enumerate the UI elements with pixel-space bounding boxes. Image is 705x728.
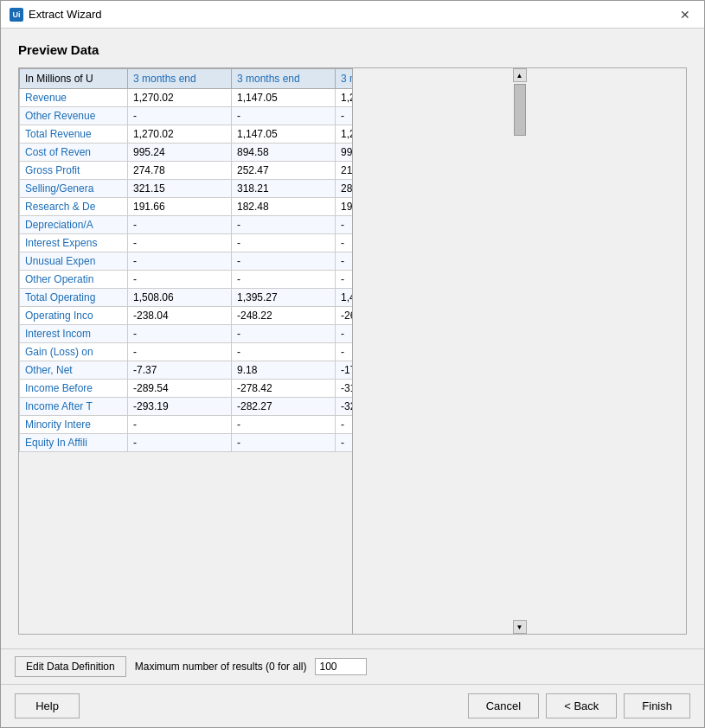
footer: Help Cancel < Back Finish bbox=[1, 684, 704, 727]
table-row: Operating Inco-238.04-248.22-260.33-183.… bbox=[20, 307, 353, 325]
cell-c3: 1,214.38 bbox=[336, 125, 353, 144]
cell-c2: - bbox=[232, 107, 336, 125]
close-button[interactable]: ✕ bbox=[675, 4, 695, 25]
cell-c1: -293.19 bbox=[128, 398, 232, 416]
cell-c3: 218.56 bbox=[336, 162, 353, 180]
cell-label: Revenue bbox=[20, 89, 128, 107]
cell-c2: - bbox=[232, 325, 336, 343]
scroll-thumb[interactable] bbox=[514, 84, 526, 136]
back-button[interactable]: < Back bbox=[546, 693, 617, 718]
cell-c1: 321.15 bbox=[128, 180, 232, 198]
cell-label: Equity In Affili bbox=[20, 434, 128, 452]
table-row: Depreciation/A----- bbox=[20, 216, 353, 234]
bottom-bar: Edit Data Definition Maximum number of r… bbox=[1, 648, 704, 684]
table-row: Income Before-289.54-278.42-315.35-228.0… bbox=[20, 380, 353, 398]
cell-c1: - bbox=[128, 234, 232, 252]
cell-c1: -238.04 bbox=[128, 307, 232, 325]
table-row: Income After T-293.19-282.27-320.40-229.… bbox=[20, 398, 353, 416]
cell-c1: - bbox=[128, 434, 232, 452]
table-row: Equity In Affili----- bbox=[20, 434, 353, 452]
table-header-c1: 3 months end bbox=[128, 69, 232, 89]
cell-c2: -278.42 bbox=[232, 380, 336, 398]
table-row: Selling/Genera321.15318.21288.65236.3720… bbox=[20, 180, 353, 198]
cell-label: Gain (Loss) on bbox=[20, 343, 128, 361]
cell-label: Total Revenue bbox=[20, 125, 128, 144]
table-header-c3: 3 months end bbox=[336, 69, 353, 89]
max-results-input[interactable] bbox=[315, 658, 367, 675]
cell-c3: - bbox=[336, 434, 353, 452]
titlebar: Ui Extract Wizard ✕ bbox=[1, 1, 704, 29]
cell-c2: - bbox=[232, 343, 336, 361]
cancel-button[interactable]: Cancel bbox=[468, 693, 539, 718]
cell-c2: - bbox=[232, 416, 336, 434]
table-scroll-area[interactable]: In Millions of U3 months end3 months end… bbox=[19, 68, 352, 634]
table-row: Interest Incom----- bbox=[20, 325, 353, 343]
cell-c2: 182.48 bbox=[232, 198, 336, 216]
cell-label: Other, Net bbox=[20, 361, 128, 380]
cell-c1: 1,508.06 bbox=[128, 289, 232, 307]
cell-c3: - bbox=[336, 252, 353, 271]
help-button[interactable]: Help bbox=[15, 693, 80, 718]
cell-c3: -315.35 bbox=[336, 380, 353, 398]
cell-c2: 1,147.05 bbox=[232, 125, 336, 144]
main-window: Ui Extract Wizard ✕ Preview Data bbox=[0, 0, 705, 728]
cell-c2: - bbox=[232, 271, 336, 289]
cell-c3: -260.33 bbox=[336, 307, 353, 325]
cell-c1: - bbox=[128, 343, 232, 361]
cell-c2: 318.21 bbox=[232, 180, 336, 198]
table-row: Total Revenue1,270.021,147.051,214.38936… bbox=[20, 125, 353, 144]
cell-label: Selling/Genera bbox=[20, 180, 128, 198]
cell-label: Minority Intere bbox=[20, 416, 128, 434]
main-content: Preview Data In Millions bbox=[1, 29, 704, 648]
scroll-up-button[interactable]: ▲ bbox=[513, 68, 527, 82]
cell-c1: 274.78 bbox=[128, 162, 232, 180]
table-row: Other Revenue----- bbox=[20, 107, 353, 125]
edit-data-definition-button[interactable]: Edit Data Definition bbox=[15, 656, 126, 677]
cell-c3: 995.82 bbox=[336, 144, 353, 162]
cell-c3: 190.24 bbox=[336, 198, 353, 216]
scroll-down-button[interactable]: ▼ bbox=[513, 620, 527, 634]
data-table-container: In Millions of U3 months end3 months end… bbox=[18, 67, 687, 635]
cell-label: Income After T bbox=[20, 398, 128, 416]
cell-c3: 288.65 bbox=[336, 180, 353, 198]
finish-button[interactable]: Finish bbox=[624, 693, 690, 718]
table-row: Gross Profit274.78252.47218.56231.50213.… bbox=[20, 162, 353, 180]
cell-label: Depreciation/A bbox=[20, 216, 128, 234]
cell-c1: - bbox=[128, 416, 232, 434]
vertical-scrollbar[interactable]: ▲ ▼ bbox=[352, 68, 686, 634]
table-row: Revenue1,270.021,147.051,214.38936.79954… bbox=[20, 89, 353, 107]
table-body: Revenue1,270.021,147.051,214.38936.79954… bbox=[20, 89, 353, 452]
cell-c2: - bbox=[232, 216, 336, 234]
table-header-label: In Millions of U bbox=[20, 69, 128, 89]
cell-c2: - bbox=[232, 252, 336, 271]
table-row: Interest Expens----- bbox=[20, 234, 353, 252]
cell-label: Research & De bbox=[20, 198, 128, 216]
cell-c2: -282.27 bbox=[232, 398, 336, 416]
table-row: Other Operatin----- bbox=[20, 271, 353, 289]
cell-label: Interest Expens bbox=[20, 234, 128, 252]
cell-c2: 1,395.27 bbox=[232, 289, 336, 307]
page-title: Preview Data bbox=[18, 42, 687, 57]
cell-c3: 1,214.38 bbox=[336, 89, 353, 107]
max-results-label: Maximum number of results (0 for all) bbox=[135, 661, 307, 673]
cell-c2: -248.22 bbox=[232, 307, 336, 325]
cell-label: Total Operating bbox=[20, 289, 128, 307]
cell-c3: - bbox=[336, 325, 353, 343]
cell-c1: - bbox=[128, 216, 232, 234]
table-header-c2: 3 months end bbox=[232, 69, 336, 89]
titlebar-left: Ui Extract Wizard bbox=[10, 8, 102, 22]
cell-c2: 894.58 bbox=[232, 144, 336, 162]
footer-left: Help bbox=[15, 693, 80, 718]
cell-c3: 1,474.71 bbox=[336, 289, 353, 307]
table-header: In Millions of U3 months end3 months end… bbox=[20, 69, 353, 89]
window-title: Extract Wizard bbox=[29, 8, 102, 21]
cell-c3: - bbox=[336, 216, 353, 234]
cell-c1: - bbox=[128, 325, 232, 343]
table-row: Cost of Reven995.24894.58995.82705.29741… bbox=[20, 144, 353, 162]
cell-c3: - bbox=[336, 416, 353, 434]
cell-c3: - bbox=[336, 343, 353, 361]
cell-label: Unusual Expen bbox=[20, 252, 128, 271]
cell-c2: 9.18 bbox=[232, 361, 336, 380]
app-icon: Ui bbox=[10, 8, 23, 22]
cell-c2: - bbox=[232, 434, 336, 452]
